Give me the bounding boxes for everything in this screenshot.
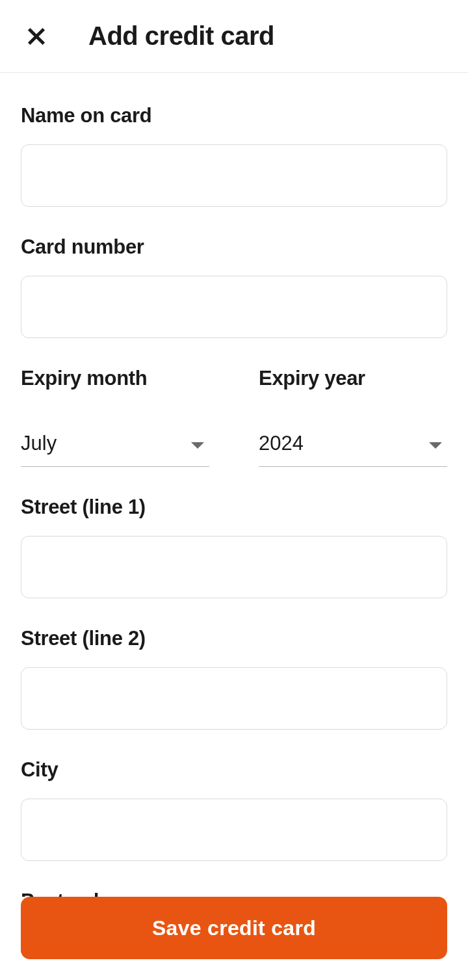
- expiry-year-label: Expiry year: [259, 367, 447, 390]
- chevron-down-icon: [429, 442, 442, 449]
- name-on-card-input[interactable]: [21, 144, 447, 207]
- expiry-month-select[interactable]: July: [21, 425, 209, 467]
- chevron-down-icon: [191, 442, 204, 449]
- save-credit-card-button[interactable]: Save credit card: [21, 897, 447, 959]
- page-title: Add credit card: [88, 21, 274, 51]
- expiry-year-select[interactable]: 2024: [259, 425, 447, 467]
- street2-label: Street (line 2): [21, 627, 447, 650]
- street2-field: Street (line 2): [21, 627, 447, 730]
- expiry-month-field: Expiry month July: [21, 367, 209, 467]
- city-input[interactable]: [21, 799, 447, 861]
- street1-field: Street (line 1): [21, 496, 447, 598]
- street2-input[interactable]: [21, 667, 447, 730]
- expiry-month-value: July: [21, 425, 209, 467]
- card-number-input[interactable]: [21, 276, 447, 338]
- close-button[interactable]: [21, 21, 52, 52]
- name-on-card-label: Name on card: [21, 104, 447, 127]
- card-number-field: Card number: [21, 235, 447, 338]
- card-number-label: Card number: [21, 235, 447, 259]
- street1-label: Street (line 1): [21, 496, 447, 519]
- expiry-row: Expiry month July Expiry year 2024: [21, 367, 447, 467]
- expiry-month-label: Expiry month: [21, 367, 209, 390]
- expiry-year-field: Expiry year 2024: [259, 367, 447, 467]
- footer: Save credit card: [0, 897, 468, 980]
- street1-input[interactable]: [21, 536, 447, 598]
- header: Add credit card: [0, 0, 468, 73]
- close-icon: [25, 25, 47, 47]
- city-label: City: [21, 758, 447, 782]
- name-on-card-field: Name on card: [21, 104, 447, 207]
- credit-card-form: Name on card Card number Expiry month Ju…: [0, 73, 468, 980]
- city-field: City: [21, 758, 447, 861]
- expiry-year-value: 2024: [259, 425, 447, 467]
